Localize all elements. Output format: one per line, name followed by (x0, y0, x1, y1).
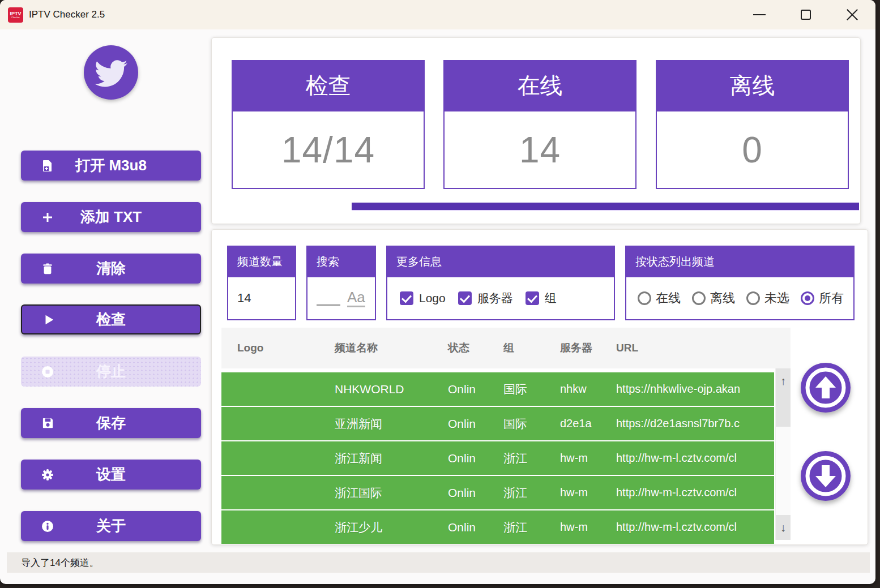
channels-panel: 频道数量 14 搜索 Aa 更多信息 Logo 服务器 (211, 229, 868, 545)
channel-count-label: 频道数量 (227, 246, 296, 277)
add-txt-label: 添加 TXT (80, 207, 142, 227)
clear-button[interactable]: 清除 (21, 254, 201, 284)
cell-url: http://hw-m-l.cztv.com/cl (616, 486, 774, 499)
radio-online-label: 在线 (656, 290, 681, 307)
radio-selected-icon (801, 291, 814, 305)
radio-all[interactable]: 所有 (801, 290, 844, 307)
table-row[interactable]: 浙江国际 Onlin 浙江 hw-m http://hw-m-l.cztv.co… (221, 476, 774, 509)
cell-status: Onlin (448, 383, 503, 396)
checkbox-checked-icon (526, 291, 539, 305)
cell-status: Onlin (448, 486, 503, 500)
stats-panel: 检查 14/14 在线 14 离线 0 状态 : Finished (211, 37, 861, 224)
statusbar: 导入了14个频道。 (7, 552, 870, 573)
radio-offline-label: 离线 (710, 290, 735, 307)
twitter-link[interactable] (84, 45, 138, 100)
cell-server: hw-m (560, 452, 616, 465)
header-server: 服务器 (560, 341, 616, 355)
table-row[interactable]: NHKWORLD Onlin 国际 nhkw https://nhkwlive-… (221, 372, 774, 406)
cell-group: 国际 (503, 381, 560, 397)
radio-unchecked-label: 未选 (764, 290, 789, 307)
header-logo: Logo (221, 342, 335, 354)
list-by-status-label: 按状态列出频道 (625, 246, 855, 277)
save-label: 保存 (96, 413, 126, 433)
stat-online-value: 14 (443, 111, 636, 189)
cell-url: http://hw-m-l.cztv.com/cl (616, 452, 774, 465)
app-window: IPTV Checker IPTV Checker 2.5 打开 M3u8 添加… (0, 0, 875, 584)
cell-group: 浙江 (503, 485, 560, 501)
maximize-button[interactable] (783, 0, 829, 29)
statusbar-message: 导入了14个频道。 (21, 556, 99, 569)
table-row[interactable]: 浙江少儿 Onlin 浙江 hw-m http://hw-m-l.cztv.co… (221, 510, 774, 544)
minimize-button[interactable] (736, 0, 783, 29)
scroll-up-icon[interactable]: ↑ (776, 368, 791, 393)
app-logo-icon: IPTV Checker (8, 7, 23, 23)
checkbox-server[interactable]: 服务器 (458, 290, 513, 306)
cell-url: https://nhkwlive-ojp.akan (616, 383, 774, 396)
checkbox-checked-icon (458, 291, 472, 305)
checkbox-logo[interactable]: Logo (400, 291, 446, 305)
stat-offline-label: 离线 (656, 60, 849, 111)
window-controls (736, 0, 875, 29)
stop-button[interactable]: 停止 (21, 357, 201, 387)
cell-channel-name: 浙江国际 (335, 485, 448, 501)
maximize-icon (801, 10, 811, 20)
settings-button[interactable]: 设置 (21, 460, 201, 490)
stat-checked-label: 检查 (232, 60, 425, 111)
move-up-button[interactable] (800, 362, 852, 414)
titlebar: IPTV Checker IPTV Checker 2.5 (0, 0, 875, 29)
about-label: 关于 (96, 516, 126, 536)
move-down-button[interactable] (800, 450, 852, 502)
cell-channel-name: 亚洲新闻 (335, 416, 448, 432)
stat-online: 在线 14 (443, 60, 636, 189)
stop-icon (40, 364, 55, 379)
case-sensitive-toggle[interactable]: Aa (347, 289, 365, 307)
save-button[interactable]: 保存 (21, 408, 201, 438)
stat-checked: 检查 14/14 (232, 60, 425, 189)
cell-server: nhkw (560, 383, 616, 396)
clear-label: 清除 (96, 259, 126, 278)
table-header-row: Logo 频道名称 状态 组 服务器 URL (221, 328, 791, 368)
cell-url: https://d2e1asnsl7br7b.c (616, 417, 774, 430)
header-channel-name: 频道名称 (335, 341, 448, 355)
radio-icon (692, 291, 706, 305)
search-label: 搜索 (306, 246, 376, 277)
checkbox-checked-icon (400, 291, 413, 305)
header-status: 状态 (448, 341, 503, 355)
save-icon (40, 416, 55, 431)
cell-group: 浙江 (503, 520, 560, 535)
channel-count-value: 14 (228, 291, 251, 306)
checkbox-group[interactable]: 组 (526, 290, 557, 306)
app-icon-subtext: Checker (11, 16, 20, 19)
search-input[interactable] (317, 291, 340, 306)
more-info-label: 更多信息 (386, 246, 615, 277)
info-icon (40, 519, 55, 534)
header-url: URL (616, 342, 774, 354)
cell-channel-name: 浙江少儿 (335, 520, 448, 535)
table-row[interactable]: 亚洲新闻 Onlin 国际 d2e1a https://d2e1asnsl7br… (221, 407, 774, 440)
cell-status: Onlin (448, 521, 503, 534)
cell-channel-name: 浙江新闻 (335, 450, 448, 466)
cell-server: hw-m (560, 486, 616, 499)
scroll-down-icon[interactable]: ↓ (776, 515, 791, 540)
trash-icon (40, 261, 55, 276)
table-scrollbar[interactable]: ↑ ↓ (775, 368, 791, 540)
plus-icon (40, 210, 55, 225)
check-button[interactable]: 检查 (21, 304, 201, 334)
radio-all-label: 所有 (819, 290, 844, 307)
radio-unchecked[interactable]: 未选 (746, 290, 789, 307)
checkbox-group-label: 组 (545, 290, 557, 306)
close-button[interactable] (829, 0, 875, 29)
progress-bar (352, 203, 859, 211)
close-icon (846, 8, 858, 21)
add-txt-button[interactable]: 添加 TXT (21, 202, 201, 232)
play-icon (41, 312, 56, 327)
table-row[interactable]: 浙江新闻 Onlin 浙江 hw-m http://hw-m-l.cztv.co… (221, 441, 774, 475)
stat-offline-value: 0 (656, 111, 849, 189)
radio-offline[interactable]: 离线 (692, 290, 735, 307)
circle-arrow-up-icon (800, 362, 852, 414)
cell-status: Onlin (448, 417, 503, 431)
about-button[interactable]: 关于 (21, 511, 201, 541)
open-m3u8-button[interactable]: 打开 M3u8 (21, 151, 201, 181)
channel-count-box: 频道数量 14 (227, 246, 296, 320)
radio-online[interactable]: 在线 (638, 290, 681, 307)
